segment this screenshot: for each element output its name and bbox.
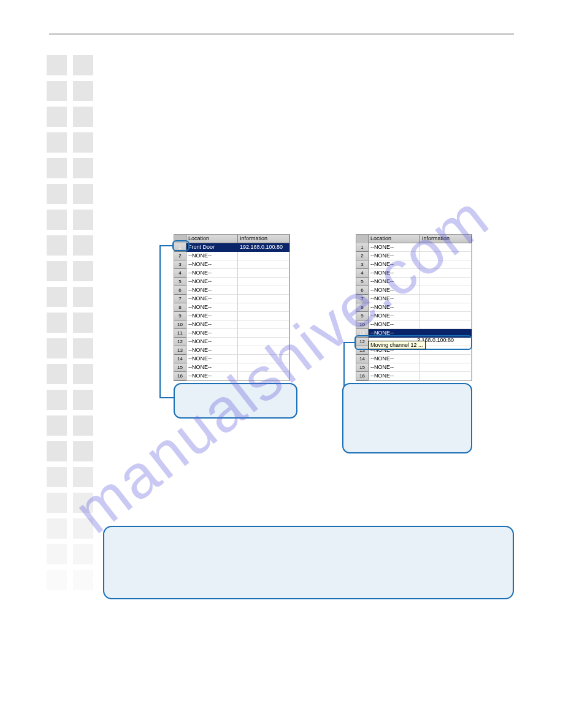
cell-information xyxy=(238,372,289,381)
cell-location: --NONE-- xyxy=(369,260,420,269)
row-number[interactable]: 8 xyxy=(174,303,186,312)
table-row[interactable]: 15--NONE-- xyxy=(174,363,289,372)
col-information: Information xyxy=(420,235,472,243)
row-number[interactable]: 10 xyxy=(356,320,369,329)
row-number[interactable]: 12 xyxy=(174,338,186,346)
table-row[interactable]: 16--NONE-- xyxy=(174,372,289,381)
channel-table-left: Location Information 1Front Door192.168.… xyxy=(174,234,290,381)
table-row[interactable]: 8--NONE-- xyxy=(174,303,289,312)
row-number[interactable]: 2 xyxy=(174,252,186,260)
cell-location: --NONE-- xyxy=(369,252,420,260)
table-row[interactable]: 9--NONE-- xyxy=(174,312,289,320)
cell-location: --NONE-- xyxy=(186,252,238,260)
table-row[interactable]: 9--NONE-- xyxy=(356,312,472,320)
cell-information: 192.168.0.100:80 xyxy=(238,243,289,252)
table-row[interactable]: 14--NONE-- xyxy=(356,355,472,363)
row-number[interactable]: 3 xyxy=(174,260,186,269)
table-row[interactable]: 13--NONE-- xyxy=(174,346,289,355)
table-row[interactable]: 4--NONE-- xyxy=(356,269,472,278)
cell-location: --NONE-- xyxy=(369,269,420,278)
table-row[interactable]: 5--NONE-- xyxy=(174,278,289,286)
cell-information xyxy=(238,278,289,286)
table-row[interactable]: 5--NONE-- xyxy=(356,278,472,286)
cell-location: --NONE-- xyxy=(186,312,238,320)
table-row[interactable]: 4--NONE-- xyxy=(174,269,289,278)
cell-information xyxy=(420,278,472,286)
row-number[interactable]: 1 xyxy=(356,243,369,252)
table-row[interactable]: 16--NONE-- xyxy=(356,372,472,381)
table-row[interactable]: 15--NONE-- xyxy=(356,363,472,372)
cell-information xyxy=(238,329,289,338)
row-number[interactable]: 4 xyxy=(356,269,369,278)
cell-location: --NONE-- xyxy=(186,320,238,329)
table-row[interactable]: 3--NONE-- xyxy=(356,260,472,269)
row-number[interactable]: 2 xyxy=(356,252,369,260)
row-number[interactable]: 14 xyxy=(174,355,186,363)
row-number[interactable]: 3 xyxy=(356,260,369,269)
table-row[interactable]: 10--NONE-- xyxy=(356,320,472,329)
cell-information xyxy=(238,260,289,269)
cell-information xyxy=(420,260,472,269)
table-row[interactable]: 12--NONE-- xyxy=(174,338,289,346)
cell-location: Front Door xyxy=(186,243,238,252)
cell-location: --NONE-- xyxy=(186,346,238,355)
cell-location: --NONE-- xyxy=(186,372,238,381)
cell-information xyxy=(420,303,472,312)
col-location: Location xyxy=(186,235,238,243)
cell-information xyxy=(420,295,472,303)
row-number[interactable]: 7 xyxy=(174,295,186,303)
cell-location: --NONE-- xyxy=(186,329,238,338)
table-row[interactable]: 1--NONE-- xyxy=(356,243,472,252)
row-number[interactable]: 10 xyxy=(174,320,186,329)
row-number[interactable]: 4 xyxy=(174,269,186,278)
cell-information xyxy=(238,346,289,355)
callout-box-left xyxy=(174,383,297,419)
cell-information xyxy=(238,295,289,303)
cell-location: --NONE-- xyxy=(186,260,238,269)
cell-location: --NONE-- xyxy=(186,278,238,286)
row-number[interactable]: 15 xyxy=(174,363,186,372)
row-number[interactable]: 11 xyxy=(174,329,186,338)
cell-information xyxy=(238,252,289,260)
large-callout-box xyxy=(103,526,514,599)
cell-information xyxy=(420,312,472,320)
row-number[interactable]: 9 xyxy=(356,312,369,320)
cell-location: --NONE-- xyxy=(186,338,238,346)
row-number[interactable]: 5 xyxy=(356,278,369,286)
table-row[interactable]: 7--NONE-- xyxy=(174,295,289,303)
table-row[interactable]: 2--NONE-- xyxy=(356,252,472,260)
cell-information xyxy=(420,243,472,252)
table-row[interactable]: 1Front Door192.168.0.100:80 xyxy=(174,243,289,252)
row-number[interactable]: 9 xyxy=(174,312,186,320)
table-row[interactable]: 3--NONE-- xyxy=(174,260,289,269)
row-number[interactable]: 16 xyxy=(356,372,369,381)
cell-location: --NONE-- xyxy=(369,303,420,312)
connector-line xyxy=(159,245,173,246)
row-number[interactable]: 7 xyxy=(356,295,369,303)
row-number[interactable]: 13 xyxy=(174,346,186,355)
row-number[interactable]: 6 xyxy=(356,286,369,295)
row-number[interactable]: 16 xyxy=(174,372,186,381)
table-row[interactable]: 6--NONE-- xyxy=(356,286,472,295)
cell-information xyxy=(238,303,289,312)
table-header: Location Information xyxy=(356,235,472,243)
table-row[interactable]: 6--NONE-- xyxy=(174,286,289,295)
row-number[interactable]: 8 xyxy=(356,303,369,312)
connector-line xyxy=(159,245,161,398)
cell-location: --NONE-- xyxy=(369,312,420,320)
row-number[interactable]: 5 xyxy=(174,278,186,286)
header-rule xyxy=(49,34,514,34)
cell-location: --NONE-- xyxy=(186,295,238,303)
cell-information xyxy=(420,252,472,260)
cell-information xyxy=(238,269,289,278)
row-number[interactable]: 6 xyxy=(174,286,186,295)
row-number[interactable]: 15 xyxy=(356,363,369,372)
table-row[interactable]: 14--NONE-- xyxy=(174,355,289,363)
table-row[interactable]: 10--NONE-- xyxy=(174,320,289,329)
table-row[interactable]: 8--NONE-- xyxy=(356,303,472,312)
table-row[interactable]: 2--NONE-- xyxy=(174,252,289,260)
table-row[interactable]: 11--NONE-- xyxy=(174,329,289,338)
cell-location: --NONE-- xyxy=(186,363,238,372)
row-number[interactable]: 14 xyxy=(356,355,369,363)
table-row[interactable]: 7--NONE-- xyxy=(356,295,472,303)
